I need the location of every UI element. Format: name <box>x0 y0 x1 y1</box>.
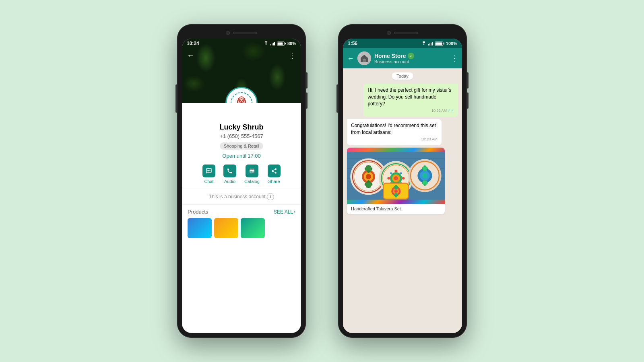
product-thumb-3[interactable] <box>241 218 265 238</box>
audio-label: Audio <box>224 179 235 184</box>
profile-header-bg: 10:24 80% <box>182 39 301 103</box>
chat-label: Chat <box>204 179 213 184</box>
product-card[interactable]: Handcrafted Talavera Set <box>347 148 445 214</box>
audio-action-button[interactable]: Audio <box>223 165 236 184</box>
chat-title-area: Home Store ✓ Business account <box>374 53 448 64</box>
profile-avatar-wrapper: LUCKY SHRUB <box>225 87 258 103</box>
phone-2: 1:56 100% <box>338 24 467 338</box>
power-button[interactable] <box>175 84 177 113</box>
earpiece-2 <box>394 32 418 34</box>
profile-info-section: Lucky Shrub +1 (650) 555-4567 Shopping &… <box>182 103 301 246</box>
chat-messages-area: Today Hi, I need the perfect gift for my… <box>343 68 462 333</box>
vol-down-btn-2[interactable] <box>467 93 469 109</box>
battery-pct: 80% <box>287 41 296 46</box>
business-notice-text: This is a business account. <box>209 194 267 200</box>
chat-header: ← Home Store ✓ Business account ⋮ <box>343 48 462 68</box>
svg-rect-12 <box>207 171 209 171</box>
business-hours: Open until 17:00 <box>222 153 260 159</box>
svg-rect-15 <box>431 43 431 45</box>
catalog-action-button[interactable]: Catalog <box>244 165 260 184</box>
share-action-button[interactable]: Share <box>268 165 281 184</box>
profile-avatar: LUCKY SHRUB <box>225 87 258 103</box>
sent-message-time-1: 10:22 AM ✓✓ <box>367 108 454 113</box>
audio-icon <box>223 165 236 177</box>
action-buttons-row: Chat Audio Catalog <box>198 165 285 184</box>
business-category: Shopping & Retail <box>220 142 263 150</box>
chat-subtitle: Business account <box>374 59 448 64</box>
phone-1: 10:24 80% <box>177 24 306 338</box>
status-time: 10:24 <box>187 41 199 46</box>
back-arrow-icon[interactable]: ← <box>187 51 195 60</box>
chat-battery-pct: 100% <box>446 41 457 46</box>
business-name: Lucky Shrub <box>219 123 263 132</box>
see-all-button[interactable]: SEE ALL › <box>274 209 295 215</box>
volume-up-button[interactable] <box>306 72 308 88</box>
svg-rect-13 <box>428 44 429 45</box>
volume-down-button[interactable] <box>306 93 308 109</box>
svg-rect-18 <box>444 43 444 44</box>
phone-2-notch <box>343 29 462 37</box>
svg-point-49 <box>387 177 390 179</box>
chat-name-row: Home Store ✓ <box>374 53 448 59</box>
wifi-icon <box>263 41 269 45</box>
product-thumb-2[interactable] <box>214 218 238 238</box>
front-camera <box>226 31 230 35</box>
phone-notch <box>182 29 301 37</box>
svg-rect-6 <box>277 42 283 45</box>
chat-signal-icon <box>428 41 433 45</box>
pottery-image <box>347 148 445 204</box>
power-btn-2[interactable] <box>336 84 338 113</box>
received-message-time-1: 10: 23 AM <box>351 137 438 142</box>
signal-icon <box>270 41 275 45</box>
chat-status-bar: 1:56 100% <box>343 39 462 48</box>
products-title: Products <box>188 209 208 215</box>
products-thumbnails <box>188 218 295 238</box>
chat-status-time: 1:56 <box>348 41 357 46</box>
share-icon <box>268 165 281 177</box>
svg-point-50 <box>402 177 405 179</box>
chat-wifi-icon <box>421 41 427 45</box>
product-thumb-1[interactable] <box>188 218 212 238</box>
svg-rect-1 <box>272 43 272 45</box>
products-section: Products SEE ALL › <box>182 205 301 242</box>
battery-icon <box>277 41 286 46</box>
svg-rect-11 <box>207 170 211 170</box>
vol-up-btn-2[interactable] <box>467 72 469 88</box>
chat-battery-icon <box>435 41 444 46</box>
sent-message-1: Hi, I need the perfect gift for my siste… <box>363 84 458 117</box>
svg-point-52 <box>400 172 402 174</box>
received-message-1: Congratulations! I'd recommend this set … <box>347 119 442 145</box>
business-phone: +1 (650) 555-4567 <box>220 133 263 139</box>
catalog-icon <box>246 165 258 177</box>
phone-2-screen: 1:56 100% <box>343 39 462 333</box>
svg-point-46 <box>394 176 398 180</box>
chevron-right-icon: › <box>294 209 295 215</box>
more-options-icon[interactable]: ⋮ <box>289 51 296 60</box>
chat-back-arrow[interactable]: ← <box>347 54 354 63</box>
catalog-label: Catalog <box>244 179 260 184</box>
svg-point-51 <box>390 172 392 174</box>
chat-business-name: Home Store <box>374 53 406 59</box>
svg-point-77 <box>394 186 398 189</box>
svg-rect-5 <box>285 43 286 44</box>
svg-point-31 <box>366 174 371 179</box>
chat-more-icon[interactable]: ⋮ <box>451 54 458 63</box>
svg-point-61 <box>422 173 427 178</box>
chat-status-icons: 100% <box>421 41 457 46</box>
verified-badge: ✓ <box>408 53 414 59</box>
svg-rect-0 <box>270 44 271 45</box>
svg-point-47 <box>395 169 398 172</box>
earpiece <box>233 32 257 34</box>
home-store-avatar <box>357 51 371 65</box>
products-header: Products SEE ALL › <box>188 209 295 215</box>
info-icon[interactable]: ℹ <box>267 193 274 200</box>
svg-point-74 <box>394 189 398 193</box>
received-message-text-1: Congratulations! I'd recommend this set … <box>351 122 438 136</box>
svg-rect-21 <box>363 60 366 62</box>
lucky-shrub-logo: LUCKY SHRUB <box>229 91 254 103</box>
chat-action-button[interactable]: Chat <box>202 165 215 184</box>
home-store-avatar-icon <box>357 51 371 65</box>
double-tick-icon: ✓✓ <box>448 108 454 113</box>
svg-point-78 <box>394 193 398 196</box>
svg-rect-2 <box>273 43 274 45</box>
